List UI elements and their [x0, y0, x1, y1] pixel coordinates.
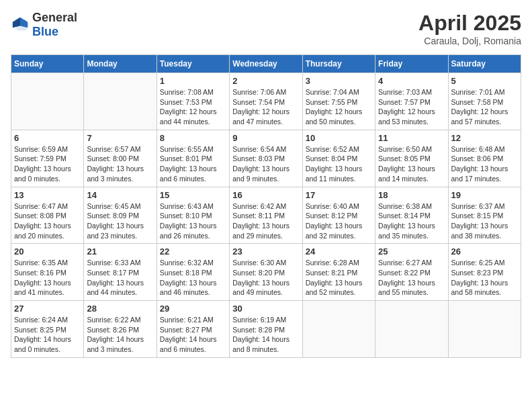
day-detail: Sunrise: 6:47 AMSunset: 8:08 PMDaylight:… [14, 201, 81, 241]
calendar-cell: 2Sunrise: 7:06 AMSunset: 7:54 PMDaylight… [230, 73, 302, 130]
day-number: 7 [87, 133, 153, 143]
day-number: 28 [87, 304, 153, 314]
calendar-cell [84, 73, 157, 130]
calendar-title: April 2025 [418, 11, 521, 36]
logo: General Blue [11, 11, 77, 39]
calendar-cell [11, 73, 84, 130]
week-row-5: 27Sunrise: 6:24 AMSunset: 8:25 PMDayligh… [11, 301, 521, 358]
header-saturday: Saturday [448, 55, 521, 73]
logo-general: General [32, 11, 77, 24]
logo-icon [11, 15, 30, 34]
day-number: 13 [14, 190, 81, 200]
day-number: 21 [87, 246, 153, 257]
day-detail: Sunrise: 6:22 AMSunset: 8:26 PMDaylight:… [87, 315, 153, 355]
calendar-table: Sunday Monday Tuesday Wednesday Thursday… [11, 54, 521, 358]
calendar-cell: 17Sunrise: 6:40 AMSunset: 8:12 PMDayligh… [302, 187, 375, 244]
day-number: 6 [14, 133, 81, 143]
day-detail: Sunrise: 7:06 AMSunset: 7:54 PMDaylight:… [232, 87, 299, 127]
day-detail: Sunrise: 6:30 AMSunset: 8:20 PMDaylight:… [232, 258, 299, 298]
calendar-cell: 10Sunrise: 6:52 AMSunset: 8:04 PMDayligh… [302, 130, 375, 187]
day-number: 12 [451, 133, 518, 143]
day-detail: Sunrise: 6:24 AMSunset: 8:25 PMDaylight:… [14, 315, 81, 355]
day-number: 5 [451, 76, 518, 86]
day-number: 17 [306, 190, 372, 200]
calendar-cell: 15Sunrise: 6:43 AMSunset: 8:10 PMDayligh… [157, 187, 229, 244]
day-detail: Sunrise: 6:19 AMSunset: 8:28 PMDaylight:… [232, 315, 299, 355]
calendar-subtitle: Caraula, Dolj, Romania [418, 36, 521, 46]
calendar-cell: 3Sunrise: 7:04 AMSunset: 7:55 PMDaylight… [302, 73, 375, 130]
day-number: 25 [378, 246, 445, 257]
day-number: 11 [378, 133, 445, 143]
day-detail: Sunrise: 6:50 AMSunset: 8:05 PMDaylight:… [378, 144, 445, 184]
day-detail: Sunrise: 6:33 AMSunset: 8:17 PMDaylight:… [87, 258, 153, 298]
day-number: 10 [306, 133, 372, 143]
header-sunday: Sunday [11, 55, 84, 73]
day-detail: Sunrise: 6:57 AMSunset: 8:00 PMDaylight:… [87, 144, 153, 184]
calendar-cell: 23Sunrise: 6:30 AMSunset: 8:20 PMDayligh… [230, 244, 302, 301]
calendar-cell: 16Sunrise: 6:42 AMSunset: 8:11 PMDayligh… [230, 187, 302, 244]
header-friday: Friday [375, 55, 448, 73]
day-number: 15 [160, 190, 226, 200]
day-detail: Sunrise: 6:25 AMSunset: 8:23 PMDaylight:… [451, 258, 518, 298]
day-number: 22 [160, 246, 226, 257]
day-detail: Sunrise: 7:03 AMSunset: 7:57 PMDaylight:… [378, 87, 445, 127]
title-area: April 2025 Caraula, Dolj, Romania [418, 11, 521, 46]
header-row: Sunday Monday Tuesday Wednesday Thursday… [11, 55, 521, 73]
day-detail: Sunrise: 7:01 AMSunset: 7:58 PMDaylight:… [451, 87, 518, 127]
page-header: General Blue April 2025 Caraula, Dolj, R… [11, 11, 521, 46]
day-detail: Sunrise: 6:43 AMSunset: 8:10 PMDaylight:… [160, 201, 226, 241]
week-row-2: 6Sunrise: 6:59 AMSunset: 7:59 PMDaylight… [11, 130, 521, 187]
calendar-cell [302, 301, 375, 358]
calendar-cell: 22Sunrise: 6:32 AMSunset: 8:18 PMDayligh… [157, 244, 229, 301]
day-number: 19 [451, 190, 518, 200]
calendar-cell: 4Sunrise: 7:03 AMSunset: 7:57 PMDaylight… [375, 73, 448, 130]
calendar-cell: 13Sunrise: 6:47 AMSunset: 8:08 PMDayligh… [11, 187, 84, 244]
day-detail: Sunrise: 6:59 AMSunset: 7:59 PMDaylight:… [14, 144, 81, 184]
day-number: 14 [87, 190, 153, 200]
day-detail: Sunrise: 6:54 AMSunset: 8:03 PMDaylight:… [232, 144, 299, 184]
logo-blue: Blue [32, 25, 58, 38]
day-number: 24 [306, 246, 372, 257]
day-detail: Sunrise: 6:28 AMSunset: 8:21 PMDaylight:… [306, 258, 372, 298]
day-detail: Sunrise: 6:27 AMSunset: 8:22 PMDaylight:… [378, 258, 445, 298]
day-detail: Sunrise: 6:37 AMSunset: 8:15 PMDaylight:… [451, 201, 518, 241]
calendar-cell: 11Sunrise: 6:50 AMSunset: 8:05 PMDayligh… [375, 130, 448, 187]
day-detail: Sunrise: 6:52 AMSunset: 8:04 PMDaylight:… [306, 144, 372, 184]
day-number: 23 [232, 246, 299, 257]
header-tuesday: Tuesday [157, 55, 229, 73]
week-row-3: 13Sunrise: 6:47 AMSunset: 8:08 PMDayligh… [11, 187, 521, 244]
week-row-4: 20Sunrise: 6:35 AMSunset: 8:16 PMDayligh… [11, 244, 521, 301]
calendar-cell: 1Sunrise: 7:08 AMSunset: 7:53 PMDaylight… [157, 73, 229, 130]
day-number: 27 [14, 304, 81, 314]
calendar-cell: 18Sunrise: 6:38 AMSunset: 8:14 PMDayligh… [375, 187, 448, 244]
calendar-cell: 24Sunrise: 6:28 AMSunset: 8:21 PMDayligh… [302, 244, 375, 301]
day-number: 18 [378, 190, 445, 200]
day-number: 20 [14, 246, 81, 257]
day-number: 8 [160, 133, 226, 143]
calendar-cell: 20Sunrise: 6:35 AMSunset: 8:16 PMDayligh… [11, 244, 84, 301]
day-detail: Sunrise: 6:32 AMSunset: 8:18 PMDaylight:… [160, 258, 226, 298]
day-number: 30 [232, 304, 299, 314]
day-number: 16 [232, 190, 299, 200]
day-detail: Sunrise: 6:21 AMSunset: 8:27 PMDaylight:… [160, 315, 226, 355]
calendar-cell: 28Sunrise: 6:22 AMSunset: 8:26 PMDayligh… [84, 301, 157, 358]
header-thursday: Thursday [302, 55, 375, 73]
calendar-cell: 29Sunrise: 6:21 AMSunset: 8:27 PMDayligh… [157, 301, 229, 358]
day-detail: Sunrise: 6:42 AMSunset: 8:11 PMDaylight:… [232, 201, 299, 241]
day-detail: Sunrise: 6:45 AMSunset: 8:09 PMDaylight:… [87, 201, 153, 241]
day-number: 29 [160, 304, 226, 314]
day-detail: Sunrise: 7:04 AMSunset: 7:55 PMDaylight:… [306, 87, 372, 127]
day-detail: Sunrise: 6:48 AMSunset: 8:06 PMDaylight:… [451, 144, 518, 184]
calendar-cell: 21Sunrise: 6:33 AMSunset: 8:17 PMDayligh… [84, 244, 157, 301]
calendar-cell: 30Sunrise: 6:19 AMSunset: 8:28 PMDayligh… [230, 301, 302, 358]
calendar-cell: 25Sunrise: 6:27 AMSunset: 8:22 PMDayligh… [375, 244, 448, 301]
header-wednesday: Wednesday [230, 55, 302, 73]
day-number: 3 [306, 76, 372, 86]
day-detail: Sunrise: 6:38 AMSunset: 8:14 PMDaylight:… [378, 201, 445, 241]
header-monday: Monday [84, 55, 157, 73]
calendar-cell: 26Sunrise: 6:25 AMSunset: 8:23 PMDayligh… [448, 244, 521, 301]
day-number: 2 [232, 76, 299, 86]
calendar-cell: 7Sunrise: 6:57 AMSunset: 8:00 PMDaylight… [84, 130, 157, 187]
calendar-cell: 5Sunrise: 7:01 AMSunset: 7:58 PMDaylight… [448, 73, 521, 130]
day-number: 9 [232, 133, 299, 143]
